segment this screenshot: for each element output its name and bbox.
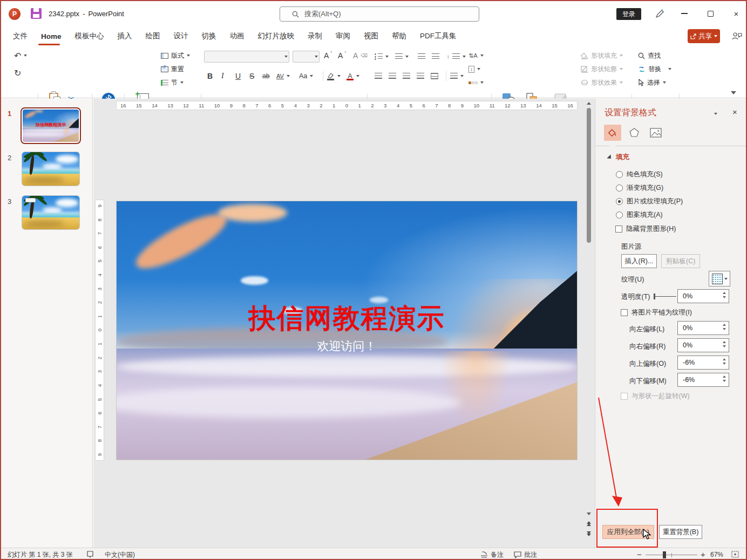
font-name-combo[interactable] bbox=[204, 51, 289, 63]
tab-review[interactable]: 审阅 bbox=[336, 31, 350, 41]
highlight-button[interactable] bbox=[327, 70, 341, 82]
offset-right-value[interactable]: 0% bbox=[677, 338, 729, 352]
justify-button[interactable] bbox=[417, 70, 424, 82]
comments-button[interactable]: 批注 bbox=[514, 550, 537, 559]
character-spacing-button[interactable]: AV bbox=[276, 70, 290, 82]
notes-button[interactable]: 备注 bbox=[480, 550, 504, 559]
ab-strike-button[interactable]: ab bbox=[262, 70, 269, 82]
grow-font-button[interactable]: Aˆ bbox=[324, 50, 332, 62]
language-indicator[interactable]: 中文(中国) bbox=[105, 550, 135, 559]
align-center-button[interactable] bbox=[389, 70, 396, 82]
clipboard-source-button[interactable]: 剪贴板(C) bbox=[661, 254, 700, 268]
zoom-out-button[interactable]: − bbox=[637, 550, 642, 559]
minimize-button[interactable] bbox=[675, 5, 694, 22]
zoom-in-button[interactable]: + bbox=[701, 550, 705, 559]
texture-dropdown-button[interactable] bbox=[709, 271, 730, 286]
maximize-button[interactable] bbox=[701, 5, 719, 22]
accessibility-icon[interactable] bbox=[86, 550, 94, 558]
align-text-button[interactable]: ↕ bbox=[468, 63, 480, 75]
undo-button[interactable]: ↶ bbox=[14, 50, 27, 62]
solid-fill-option[interactable]: 纯色填充(S) bbox=[616, 170, 663, 179]
transparency-slider[interactable] bbox=[654, 296, 676, 297]
shape-fill-button[interactable]: 形状填充 bbox=[581, 50, 623, 62]
redo-button[interactable]: ↻ bbox=[14, 67, 21, 79]
underline-button[interactable]: U bbox=[235, 70, 241, 82]
slide-counter[interactable]: 幻灯片 第 1 张, 共 3 张 bbox=[8, 550, 73, 559]
previous-slide-button[interactable] bbox=[587, 521, 591, 526]
canvas-scrollbar[interactable] bbox=[585, 100, 593, 547]
share-button[interactable]: 共享 bbox=[688, 29, 720, 43]
bullets-button[interactable] bbox=[375, 51, 389, 63]
slide-3-thumbnail[interactable] bbox=[22, 195, 80, 230]
line-spacing-button[interactable]: ↕ bbox=[447, 51, 466, 63]
search-box[interactable]: 搜索(Alt+Q) bbox=[280, 6, 479, 22]
section-button[interactable]: 节 bbox=[161, 77, 184, 88]
reset-background-button[interactable]: 重置背景(B) bbox=[659, 525, 702, 539]
slide-title-text[interactable]: 抉信网教程演示 bbox=[117, 301, 577, 337]
transparency-slider-thumb[interactable] bbox=[654, 293, 655, 299]
tab-transitions[interactable]: 切换 bbox=[202, 31, 216, 41]
shrink-font-button[interactable]: Aˇ bbox=[338, 50, 346, 62]
insert-picture-button[interactable]: 插入(R)... bbox=[621, 254, 657, 268]
strikethrough-button[interactable]: S bbox=[249, 70, 254, 82]
tab-design[interactable]: 设计 bbox=[174, 31, 188, 41]
fill-section-header[interactable]: 填充 bbox=[607, 153, 629, 162]
comments-person-icon[interactable] bbox=[731, 30, 743, 44]
numbering-button[interactable] bbox=[395, 51, 409, 63]
decrease-indent-button[interactable] bbox=[418, 51, 425, 63]
tab-file[interactable]: 文件 bbox=[13, 31, 28, 41]
apply-to-all-button[interactable]: 应用到全部(L) bbox=[602, 525, 654, 539]
tab-template-center[interactable]: 模板中心 bbox=[75, 31, 104, 41]
align-right-button[interactable] bbox=[403, 70, 410, 82]
tab-home[interactable]: Home bbox=[41, 32, 62, 40]
next-slide-button[interactable] bbox=[587, 531, 591, 536]
text-direction-button[interactable]: ⇅A bbox=[468, 50, 484, 62]
font-color-button[interactable]: A bbox=[347, 70, 359, 82]
change-case-button[interactable]: Aa bbox=[299, 70, 313, 82]
panel-close-icon[interactable]: × bbox=[732, 107, 737, 117]
tab-pdf-tools[interactable]: PDF工具集 bbox=[420, 31, 457, 41]
panel-menu-chevron[interactable] bbox=[714, 113, 717, 115]
tab-view[interactable]: 视图 bbox=[364, 31, 378, 41]
gradient-fill-option[interactable]: 渐变填充(G) bbox=[616, 183, 663, 193]
bold-button[interactable]: B bbox=[207, 70, 213, 82]
picture-fill-option[interactable]: 图片或纹理填充(P) bbox=[616, 197, 683, 206]
align-left-button[interactable] bbox=[375, 70, 382, 82]
sign-in-button[interactable]: 登录 bbox=[616, 8, 641, 20]
replace-button[interactable]: 替换 bbox=[638, 63, 671, 75]
tile-picture-checkbox[interactable]: 将图片平铺为纹理(I) bbox=[621, 308, 692, 317]
zoom-percentage[interactable]: 67% bbox=[710, 551, 723, 558]
scrollbar-thumb[interactable] bbox=[587, 108, 591, 243]
tab-animations[interactable]: 动画 bbox=[230, 31, 245, 41]
slide-2-thumbnail[interactable] bbox=[22, 152, 80, 186]
offset-bottom-value[interactable]: -6% bbox=[677, 373, 729, 387]
hide-background-checkbox[interactable]: 隐藏背景图形(H) bbox=[615, 224, 676, 234]
offset-left-value[interactable]: 0% bbox=[677, 321, 729, 335]
layout-button[interactable]: 版式 bbox=[161, 50, 190, 62]
slide-1-thumbnail[interactable]: 抉信网教程演示 bbox=[21, 107, 81, 144]
select-button[interactable]: 选择 bbox=[638, 77, 666, 88]
reset-button[interactable]: ↺ 重置 bbox=[161, 63, 184, 75]
font-size-combo[interactable] bbox=[293, 51, 320, 63]
fill-tab[interactable] bbox=[604, 125, 621, 141]
tab-slideshow[interactable]: 幻灯片放映 bbox=[258, 31, 295, 41]
collapse-ribbon-button[interactable] bbox=[731, 87, 736, 97]
scrollbar-down-arrow[interactable] bbox=[587, 513, 591, 515]
effects-tab[interactable] bbox=[626, 125, 643, 141]
smartart-convert-button[interactable] bbox=[468, 77, 484, 88]
close-button[interactable]: × bbox=[727, 5, 745, 22]
distribute-button[interactable] bbox=[431, 70, 438, 82]
columns-button[interactable] bbox=[450, 70, 464, 82]
scrollbar-up-arrow[interactable] bbox=[587, 102, 591, 105]
tab-draw[interactable]: 绘图 bbox=[146, 31, 160, 41]
tab-help[interactable]: 帮助 bbox=[392, 31, 406, 41]
save-icon[interactable] bbox=[31, 8, 42, 19]
rotate-with-shape-checkbox[interactable]: 与形状一起旋转(W) bbox=[621, 392, 690, 401]
transparency-value[interactable]: 0% bbox=[677, 289, 729, 303]
pattern-fill-option[interactable]: 图案填充(A) bbox=[616, 210, 663, 220]
tab-insert[interactable]: 插入 bbox=[118, 31, 132, 41]
clear-formatting-button[interactable]: A⌫ bbox=[353, 50, 368, 62]
slide-subtitle-text[interactable]: 欢迎访问！ bbox=[117, 338, 577, 354]
offset-top-value[interactable]: -6% bbox=[677, 356, 729, 370]
find-button[interactable]: 查找 bbox=[638, 50, 661, 62]
